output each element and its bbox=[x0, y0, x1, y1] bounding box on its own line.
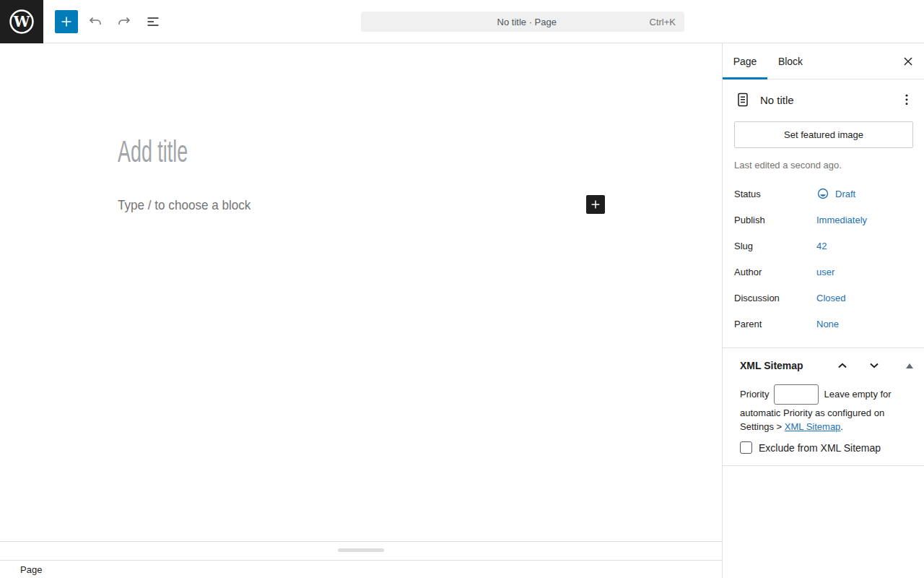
empty-block-paragraph[interactable]: Type / to choose a block bbox=[118, 197, 250, 213]
page-actions-menu-button[interactable] bbox=[898, 91, 915, 108]
canvas-drag-handle[interactable] bbox=[338, 548, 384, 552]
exclude-from-sitemap-checkbox[interactable] bbox=[740, 441, 752, 454]
tab-page[interactable]: Page bbox=[723, 43, 767, 79]
post-title-input[interactable]: Add title bbox=[118, 134, 188, 169]
summary-row-slug: Slug 42 bbox=[734, 233, 912, 259]
summary-label: Slug bbox=[734, 241, 816, 251]
discussion-value-button[interactable]: Closed bbox=[816, 293, 845, 303]
document-icon bbox=[734, 91, 751, 108]
exclude-from-sitemap-label: Exclude from XML Sitemap bbox=[759, 442, 881, 454]
plus-icon bbox=[588, 197, 603, 212]
undo-arrow-icon bbox=[87, 13, 104, 30]
priority-label: Priority bbox=[740, 389, 769, 400]
move-panel-down-button[interactable] bbox=[863, 357, 886, 374]
publish-value-button[interactable]: Immediately bbox=[816, 215, 867, 225]
summary-label: Publish bbox=[734, 215, 816, 225]
summary-row-discussion: Discussion Closed bbox=[734, 285, 912, 311]
close-sidebar-button[interactable] bbox=[899, 53, 917, 70]
toggle-block-inserter-button[interactable] bbox=[55, 10, 78, 33]
collapse-panel-button[interactable] bbox=[904, 361, 915, 371]
ellipsis-vertical-icon bbox=[899, 92, 915, 108]
xml-sitemap-panel: XML Sitemap PriorityLeave empty for auto… bbox=[723, 348, 924, 466]
tab-block[interactable]: Block bbox=[767, 43, 814, 79]
triangle-up-icon bbox=[906, 363, 913, 368]
editor-canvas: Add title Type / to choose a block bbox=[0, 43, 722, 542]
summary-row-author: Author user bbox=[734, 259, 912, 285]
parent-value-button[interactable]: None bbox=[816, 319, 839, 329]
summary-row-parent: Parent None bbox=[734, 311, 912, 337]
chevron-up-icon bbox=[834, 357, 851, 374]
xml-sitemap-panel-header: XML Sitemap bbox=[723, 348, 924, 383]
summary-label: Parent bbox=[734, 319, 816, 329]
status-value: Draft bbox=[835, 189, 855, 199]
breadcrumb[interactable]: Page bbox=[20, 564, 42, 575]
plus-icon bbox=[58, 13, 75, 30]
settings-sidebar: Page Block No title Set fea bbox=[722, 43, 924, 578]
list-view-icon bbox=[144, 13, 162, 30]
wordpress-block-editor: W No title · Page bbox=[0, 0, 924, 578]
summary-row-status: Status Draft bbox=[734, 181, 912, 207]
command-palette-shortcut: Ctrl+K bbox=[650, 17, 684, 27]
command-palette-title: No title · Page bbox=[361, 17, 650, 27]
document-title: No title bbox=[760, 94, 794, 106]
redo-arrow-icon bbox=[116, 13, 133, 30]
editor-header: W No title · Page bbox=[0, 0, 924, 43]
close-icon bbox=[900, 53, 916, 69]
document-overview-button[interactable] bbox=[144, 13, 162, 30]
priority-setting: PriorityLeave empty for automatic Priori… bbox=[740, 384, 905, 434]
summary-label: Discussion bbox=[734, 293, 816, 303]
wordpress-logo-icon: W bbox=[9, 9, 35, 35]
set-featured-image-button[interactable]: Set featured image bbox=[734, 121, 913, 148]
svg-text:W: W bbox=[13, 13, 30, 30]
priority-input[interactable] bbox=[774, 384, 819, 405]
author-value-button[interactable]: user bbox=[816, 267, 834, 277]
summary-row-publish: Publish Immediately bbox=[734, 207, 912, 233]
draft-status-icon bbox=[816, 187, 829, 200]
move-panel-up-button[interactable] bbox=[831, 357, 854, 374]
canvas-resize-row bbox=[0, 542, 722, 560]
editor-footer: Page bbox=[0, 560, 722, 578]
priority-help-text-end: . bbox=[840, 421, 843, 432]
panel-title: XML Sitemap bbox=[740, 360, 803, 371]
slug-value-button[interactable]: 42 bbox=[816, 241, 827, 251]
summary-label: Status bbox=[734, 189, 816, 199]
last-edited-text: Last edited a second ago. bbox=[734, 160, 912, 171]
summary-label: Author bbox=[734, 267, 816, 277]
exclude-sitemap-setting: Exclude from XML Sitemap bbox=[740, 441, 912, 454]
xml-sitemap-settings-link[interactable]: XML Sitemap bbox=[785, 421, 841, 432]
chevron-down-icon bbox=[866, 357, 883, 374]
redo-button[interactable] bbox=[116, 13, 133, 30]
status-value-button[interactable]: Draft bbox=[816, 187, 855, 200]
sidebar-tabs: Page Block bbox=[723, 43, 924, 79]
command-palette[interactable]: No title · Page Ctrl+K bbox=[361, 12, 684, 32]
document-summary-row: No title bbox=[734, 90, 912, 110]
wordpress-logo[interactable]: W bbox=[0, 0, 43, 43]
undo-button[interactable] bbox=[87, 13, 104, 30]
page-summary: Status Draft Publish Immediately Slug 42… bbox=[734, 181, 912, 337]
add-block-button[interactable] bbox=[586, 195, 605, 214]
